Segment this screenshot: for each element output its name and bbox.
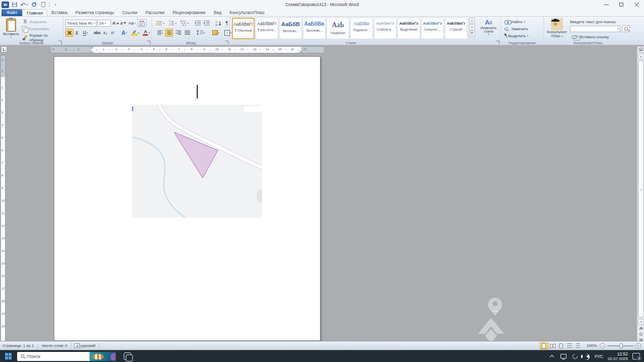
word-count[interactable]: Число слов: 0 (40, 343, 68, 348)
close-button[interactable] (629, 0, 644, 9)
zoom-slider[interactable] (607, 345, 633, 346)
hanging-indent-marker[interactable] (90, 50, 94, 53)
page-indicator[interactable]: Страница: 1 из 1 (2, 343, 35, 348)
right-indent-marker[interactable] (299, 50, 303, 53)
document-page[interactable] (54, 56, 320, 341)
grow-font-button[interactable]: А (112, 19, 119, 27)
paste-button[interactable]: Вставить ▾ (2, 19, 20, 39)
scrollbar-thumb[interactable] (638, 60, 644, 318)
italic-button[interactable]: К (74, 29, 80, 37)
justify-button[interactable] (183, 29, 191, 37)
scroll-down-button[interactable]: ▾ (638, 319, 644, 325)
bullets-button[interactable]: ▾ (155, 19, 166, 27)
tab-insert[interactable]: Вставка (47, 9, 71, 16)
numbering-button[interactable]: ▾ (167, 19, 178, 27)
keyboard-language[interactable]: РУС (595, 354, 603, 359)
styles-gallery-more-button[interactable]: ▾ (469, 31, 475, 37)
select-button[interactable]: Выделить▾ (504, 34, 528, 38)
style-normal[interactable]: АаБбВвГг¶ Обычный (232, 18, 255, 39)
map-image[interactable] (132, 105, 262, 218)
volume-icon[interactable] (583, 353, 590, 360)
multilevel-list-button[interactable]: ▾ (179, 19, 190, 27)
text-effects-button[interactable]: А▾ (119, 29, 129, 37)
highlight-button[interactable]: ▾ (130, 29, 141, 37)
horizontal-ruler[interactable]: 3211234567891011121314151617 (50, 46, 325, 53)
notification-center-button[interactable]: 2 (632, 353, 640, 359)
show-marks-button[interactable]: ¶ (223, 19, 230, 27)
font-dialog-launcher[interactable] (147, 41, 150, 44)
language-indicator[interactable]: русский (80, 343, 97, 348)
bold-button[interactable]: Ж (65, 29, 73, 37)
styles-scroll-down-button[interactable]: ▾ (469, 24, 475, 30)
zoom-level[interactable]: 100% (586, 343, 598, 348)
taskbar-search[interactable]: Поиск (17, 352, 116, 361)
undo-button[interactable]: ▾ (20, 1, 28, 8)
consultant-search-input[interactable]: ▾ (570, 26, 620, 32)
copy-button[interactable]: Копировать (22, 26, 49, 32)
save-button[interactable] (11, 1, 19, 8)
replace-button[interactable]: ab Заменить (504, 27, 528, 31)
print-preview-button[interactable] (39, 1, 47, 8)
style-subtle-emphasis[interactable]: АаБбВвГгСлабое в... (374, 18, 396, 39)
style-heading1[interactable]: АаБбВЗаголово... (279, 18, 302, 39)
style-subtitle[interactable]: АаБбВвПодзагол... (350, 18, 373, 39)
consultant-search-button[interactable] (622, 25, 630, 32)
styles-scroll-up-button[interactable]: ▴ (469, 18, 475, 24)
underline-button[interactable]: Ч▾ (80, 29, 90, 37)
zoom-in-button[interactable]: + (635, 343, 641, 348)
style-heading2[interactable]: АаБбВвЗаголово... (303, 18, 326, 39)
align-left-button[interactable] (156, 29, 164, 37)
decrease-indent-button[interactable] (194, 19, 202, 27)
change-styles-button[interactable]: АА Изменить стили ▾ (477, 19, 500, 36)
web-layout-view-button[interactable] (557, 342, 566, 349)
vertical-ruler[interactable]: 211234567891011121314151617181920 (1, 55, 6, 341)
taskbar-clock[interactable]: 12:52 02.07.2025 (608, 351, 628, 361)
scroll-up-button[interactable]: ▴ (638, 53, 644, 59)
outline-view-button[interactable] (566, 342, 574, 349)
task-view-button[interactable] (124, 352, 131, 360)
redo-button[interactable] (30, 1, 38, 8)
style-strict[interactable]: АаБбВвГгСтрогий (445, 18, 467, 39)
style-strong-emphasis[interactable]: АаБбВвГгСильное ... (421, 18, 444, 39)
styles-dialog-launcher[interactable] (496, 41, 500, 44)
phonetic-guide-button[interactable] (137, 19, 146, 27)
tab-consultant-plus[interactable]: КонсультантПлюс (225, 9, 269, 16)
style-emphasis[interactable]: АаБбВвГгВыделение (397, 18, 420, 39)
vertical-scrollbar[interactable]: ▴ ▾ (637, 46, 644, 341)
start-button[interactable] (5, 353, 12, 360)
zoom-out-button[interactable]: − (600, 343, 605, 348)
print-layout-view-button[interactable] (540, 342, 548, 349)
tab-home[interactable]: Главная (22, 9, 47, 16)
qat-customize-button[interactable]: ▾ (51, 1, 59, 8)
line-spacing-button[interactable]: ▾ (195, 29, 206, 37)
fullscreen-reading-view-button[interactable] (548, 342, 557, 349)
search-highlight-image[interactable] (90, 352, 116, 361)
safely-remove-icon[interactable] (572, 353, 579, 360)
tab-view[interactable]: Вид (210, 9, 225, 16)
spellcheck-icon[interactable] (74, 343, 80, 348)
cut-button[interactable]: Вырезать (22, 19, 46, 24)
tab-mailings[interactable]: Рассылки (141, 9, 169, 16)
minimize-button[interactable] (599, 0, 614, 9)
consultant-plus-button[interactable]: КонсультантПлюс ▾ (545, 18, 569, 38)
find-button[interactable]: Найти▾ (504, 20, 525, 24)
ruler-toggle-button[interactable] (638, 46, 644, 52)
insert-link-button[interactable]: Вставить ссылку (572, 35, 609, 39)
superscript-button[interactable]: x² (109, 29, 116, 37)
paragraph-dialog-launcher[interactable] (225, 41, 228, 44)
tray-expand-button[interactable] (548, 353, 555, 360)
style-no-spacing[interactable]: АаБбВвГг¶ Без инте... (256, 18, 278, 39)
clipboard-dialog-launcher[interactable] (58, 41, 62, 44)
align-right-button[interactable] (174, 29, 182, 37)
tab-selector[interactable] (1, 46, 7, 52)
style-title[interactable]: АаЬНазвание (327, 18, 349, 39)
font-size-combo[interactable]: 24▾ (98, 20, 111, 27)
subscript-button[interactable]: x₂ (102, 29, 109, 37)
first-line-indent-marker[interactable] (90, 47, 94, 49)
strikethrough-button[interactable]: abc (93, 29, 101, 37)
maximize-button[interactable] (614, 0, 629, 9)
tab-page-layout[interactable]: Разметка страницы (71, 9, 118, 16)
shading-button[interactable]: ▾ (210, 29, 221, 37)
font-color-button[interactable]: А ▾ (141, 29, 151, 37)
change-case-button[interactable]: Аа▾ (127, 19, 136, 27)
